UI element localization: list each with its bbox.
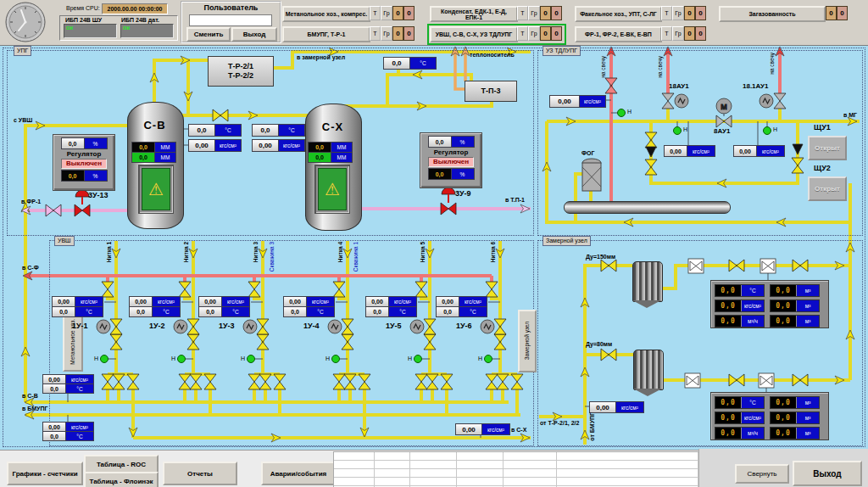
unit: кгс/см²	[215, 140, 241, 151]
tab-uvsh[interactable]: УВШ	[54, 236, 75, 246]
label-to-mg: в МГ	[843, 112, 857, 119]
sv-alarm-box[interactable]: ⚠	[138, 165, 174, 214]
table-floinek-button[interactable]: Таблица - Флоинэк	[84, 472, 159, 487]
train1-readout: 0,00кгс/см² 0,0°C	[52, 296, 103, 317]
value: 0,0	[715, 412, 741, 423]
meter-node-box[interactable]: Замерной узел	[518, 310, 537, 372]
label-to-sf: в С-Ф	[22, 265, 39, 271]
value: 0,0	[429, 169, 451, 179]
unit: кгс/см²	[742, 300, 764, 311]
regulator-sx[interactable]: 0,0 % Регулятор Выключен 0,0 %	[420, 132, 482, 188]
unit: м³	[797, 316, 819, 327]
unit: %	[85, 138, 107, 148]
block-tp3[interactable]: Т-П-3	[465, 81, 517, 102]
well1-label: Скважина 1	[353, 242, 359, 271]
sx-alarm-inner: ⚠	[318, 168, 346, 210]
unit: кгс/см²	[153, 297, 180, 306]
value: 0,00	[437, 297, 459, 306]
readout-sx-level2: 0,0 ММ	[308, 152, 353, 163]
valve-1u4-label: 1У-4	[303, 322, 320, 331]
label-to-tp1: в Т.П-1	[505, 197, 525, 204]
value: 0,00	[189, 140, 214, 151]
tab-uz-tdlupg[interactable]: УЗ ТДЛУПГ	[542, 46, 581, 56]
event-grid[interactable]	[333, 451, 699, 487]
value: 0,0	[309, 153, 331, 162]
unit: кгс/см²	[482, 424, 509, 434]
train1-line-label: Нитка 1	[107, 242, 113, 262]
label-flare-1: на свечу	[601, 56, 607, 78]
regulator-state: Выключен	[428, 157, 474, 167]
label-to-sx: в С-Х	[511, 427, 526, 434]
readout-sx-temp: 0,0 °C	[252, 124, 305, 137]
train6-line-label: Нитка 6	[491, 242, 497, 262]
schu2-open-button[interactable]: Открыт	[808, 176, 847, 201]
valve-18au1-label: 18АУ1	[669, 83, 689, 91]
unit: м³/ч	[742, 316, 764, 327]
table-roc-button[interactable]: Таблица - ROC	[84, 455, 159, 473]
readout-meter-press: 0,00 кгс/см²	[589, 401, 644, 413]
block-tr2[interactable]: Т-Р-2/1 Т-Р-2/2	[208, 56, 274, 87]
regulator-state: Выключен	[61, 159, 107, 169]
label-to-meter: в замерной узел	[297, 54, 345, 61]
unit: °C	[459, 307, 487, 316]
value: 0,0	[309, 143, 331, 152]
value: 0,0	[771, 300, 796, 311]
valve-1u2-label: 1У-2	[149, 322, 165, 331]
tab-upg[interactable]: УПГ	[14, 46, 31, 56]
readout-uz-press2: 0,00 кгс/см²	[733, 145, 785, 157]
unit: кгс/см²	[389, 297, 416, 306]
unit: %	[452, 137, 474, 147]
value: 0,0	[771, 316, 796, 327]
unit: кгс/см²	[66, 375, 93, 383]
separator-drum[interactable]	[564, 201, 731, 214]
minimize-button[interactable]: Свернуть	[735, 464, 789, 484]
well3-label: Скважина 3	[270, 242, 275, 271]
uvsh-h-label: Н	[326, 355, 330, 362]
train5-readout: 0,00кгс/см² 0,0°C	[365, 296, 417, 317]
filter-cone-1	[632, 300, 661, 308]
unit: °C	[66, 384, 93, 393]
graphs-counters-button[interactable]: Графики - счетчики	[7, 462, 83, 485]
filter-vessel-1[interactable]	[632, 261, 663, 302]
tab-meter[interactable]: Замерной узел	[542, 236, 591, 246]
label-dn150: Ду=150мм	[586, 254, 615, 260]
label-flare-3: на свечу	[770, 53, 776, 75]
uvsh-h-label: Н	[171, 355, 175, 362]
warning-icon: ⚠	[325, 181, 340, 198]
readout-sv-collector: 0,00кгс/см² 0,0°C	[42, 374, 94, 394]
valve-3u9-label: 3У-9	[455, 190, 471, 199]
alarms-events-button[interactable]: Аварии/события	[261, 462, 336, 485]
uz-h-label: Н	[627, 109, 632, 115]
filter-vessel-2[interactable]	[633, 350, 664, 390]
uvsh-h-label: Н	[241, 355, 245, 362]
value: 0,00	[550, 96, 579, 107]
value: 0,0	[715, 300, 741, 311]
value: 0,0	[771, 285, 796, 296]
value: 0,0	[715, 428, 741, 439]
value: 0,0	[53, 307, 75, 316]
value: 0,00	[590, 402, 615, 412]
reports-button[interactable]: Отчеты	[163, 462, 237, 485]
valve-8au1-label: 8АУ1	[714, 128, 730, 136]
unit: кгс/см²	[742, 412, 764, 423]
value: 0,00	[366, 297, 388, 306]
schu1-label: ЩУ1	[814, 124, 831, 132]
label-dn80: Ду=80мм	[586, 341, 612, 348]
value: 0,0	[366, 307, 388, 316]
schu1-open-button[interactable]: Открыт	[808, 136, 847, 160]
unit: ММ	[331, 143, 352, 152]
unit: кгс/см²	[687, 146, 715, 156]
regulator-sv[interactable]: 0,0 % Регулятор Выключен 0,0 %	[53, 134, 115, 191]
label-from-tr: от Т-Р-2/1, 2/2	[540, 420, 579, 427]
regulator-title: Регулятор	[67, 150, 102, 158]
sx-alarm-box[interactable]: ⚠	[314, 165, 350, 214]
unit: ММ	[155, 153, 175, 162]
train4-readout: 0,00кгс/см² 0,0°C	[283, 296, 335, 317]
uvsh-h-label: Н	[408, 355, 412, 362]
readout-sx-press: 0,00 кгс/см²	[252, 139, 305, 152]
fog-vessel[interactable]	[582, 159, 601, 191]
exit-button[interactable]: Выход	[793, 461, 862, 486]
valve-181au1-label: 18.1АУ1	[743, 83, 768, 91]
unit: кгс/см²	[66, 423, 93, 431]
counter-panel-1: 0,0°C 0,0кгс/см² 0,0м³/ч 0,0м³ 0,0м³ 0,0…	[710, 280, 829, 328]
